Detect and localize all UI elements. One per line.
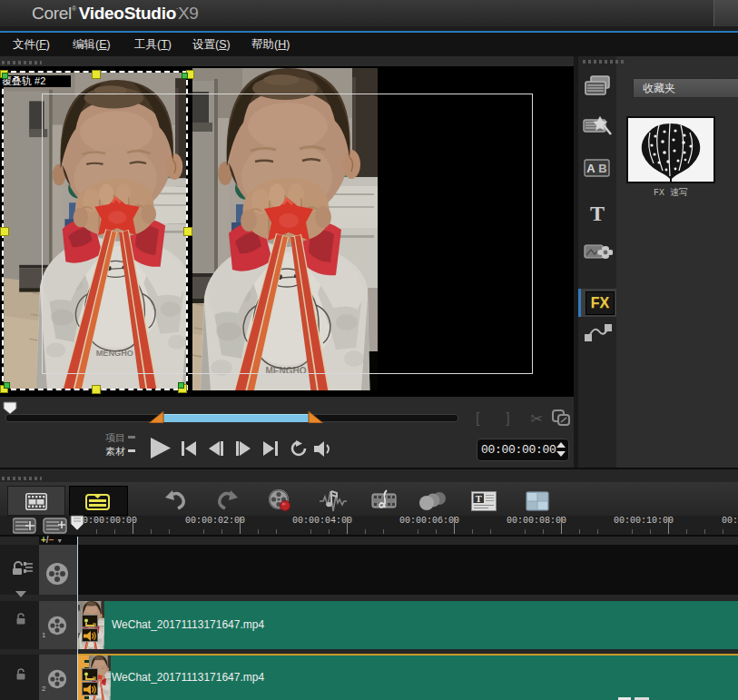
svg-text:A: A	[586, 162, 595, 175]
svg-text:T: T	[476, 494, 482, 504]
svg-text:B: B	[598, 162, 606, 175]
svg-text:T: T	[590, 202, 605, 225]
